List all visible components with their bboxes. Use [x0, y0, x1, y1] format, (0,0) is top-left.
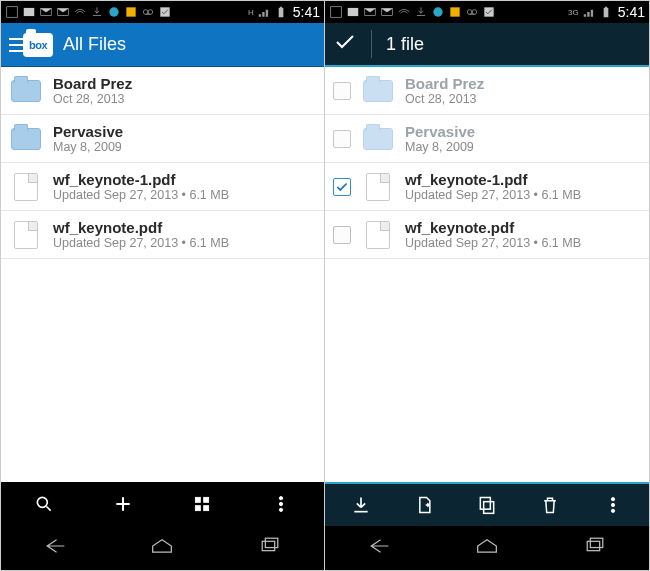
- back-button[interactable]: [365, 535, 393, 561]
- app-icon: [448, 5, 462, 19]
- download-icon: [414, 5, 428, 19]
- app-bar: box All Files: [1, 23, 324, 67]
- svg-rect-15: [204, 506, 209, 511]
- recent-apps-button[interactable]: [256, 535, 284, 561]
- item-name: wf_keynote.pdf: [405, 219, 581, 236]
- svg-point-25: [433, 7, 442, 16]
- status-bar: H 5:41: [1, 1, 324, 23]
- phone-selection-mode: 3G 5:41 1 file Board Prez Oct 28, 2013: [325, 1, 649, 570]
- svg-rect-33: [480, 498, 490, 510]
- list-item[interactable]: Board Prez Oct 28, 2013: [325, 67, 649, 115]
- selection-count: 1 file: [386, 34, 424, 55]
- svg-rect-38: [590, 538, 602, 547]
- overflow-button[interactable]: [265, 488, 297, 520]
- clock: 5:41: [293, 4, 320, 20]
- mail-icon: [380, 5, 394, 19]
- mail-icon: [56, 5, 70, 19]
- battery-icon: [599, 5, 613, 19]
- network-type: H: [248, 8, 254, 17]
- list-item[interactable]: Pervasive May 8, 2009: [325, 115, 649, 163]
- delete-button[interactable]: [534, 489, 566, 521]
- item-name: wf_keynote-1.pdf: [405, 171, 581, 188]
- app-icon: [107, 5, 121, 19]
- network-type: 3G: [568, 8, 579, 17]
- svg-rect-22: [348, 8, 359, 16]
- svg-rect-12: [195, 497, 200, 502]
- svg-rect-1: [24, 8, 35, 16]
- svg-rect-10: [280, 7, 282, 8]
- file-list-selection: Board Prez Oct 28, 2013 Pervasive May 8,…: [325, 67, 649, 482]
- copy-button[interactable]: [471, 489, 503, 521]
- item-name: Board Prez: [405, 75, 484, 92]
- download-button[interactable]: [345, 489, 377, 521]
- item-sub: Updated Sep 27, 2013 • 6.1 MB: [405, 236, 581, 250]
- signal-icon: [257, 5, 271, 19]
- list-item[interactable]: wf_keynote.pdf Updated Sep 27, 2013 • 6.…: [1, 211, 324, 259]
- selection-app-bar: 1 file: [325, 23, 649, 67]
- android-nav-bar: [1, 526, 324, 570]
- check-icon: [158, 5, 172, 19]
- item-sub: May 8, 2009: [405, 140, 475, 154]
- checkbox[interactable]: [333, 130, 351, 148]
- recent-apps-button[interactable]: [581, 535, 609, 561]
- overflow-button[interactable]: [597, 489, 629, 521]
- done-button[interactable]: [333, 30, 357, 59]
- list-item[interactable]: Board Prez Oct 28, 2013: [1, 67, 324, 115]
- svg-rect-30: [603, 8, 608, 17]
- file-list: Board Prez Oct 28, 2013 Pervasive May 8,…: [1, 67, 324, 482]
- item-name: wf_keynote.pdf: [53, 219, 229, 236]
- file-icon: [14, 173, 38, 201]
- svg-point-4: [109, 7, 118, 16]
- svg-point-34: [612, 498, 615, 501]
- svg-point-18: [279, 508, 282, 511]
- svg-rect-9: [278, 8, 283, 17]
- list-item[interactable]: wf_keynote.pdf Updated Sep 27, 2013 • 6.…: [325, 211, 649, 259]
- checkbox[interactable]: [333, 226, 351, 244]
- file-icon: [14, 221, 38, 249]
- list-item[interactable]: wf_keynote-1.pdf Updated Sep 27, 2013 • …: [1, 163, 324, 211]
- item-sub: Updated Sep 27, 2013 • 6.1 MB: [53, 236, 229, 250]
- checkbox-checked[interactable]: [333, 178, 351, 196]
- picture-icon: [346, 5, 360, 19]
- home-button[interactable]: [473, 535, 501, 561]
- audible-icon: [397, 5, 411, 19]
- item-name: wf_keynote-1.pdf: [53, 171, 229, 188]
- separator: [371, 30, 372, 58]
- back-button[interactable]: [41, 535, 69, 561]
- status-bar: 3G 5:41: [325, 1, 649, 23]
- grid-view-button[interactable]: [186, 488, 218, 520]
- phone-normal-mode: H 5:41 box All Files Board Prez Oct 28, …: [1, 1, 325, 570]
- svg-rect-20: [265, 538, 277, 547]
- item-name: Pervasive: [405, 123, 475, 140]
- svg-point-6: [143, 10, 148, 15]
- add-button[interactable]: [107, 488, 139, 520]
- notif-icon: [5, 5, 19, 19]
- home-button[interactable]: [148, 535, 176, 561]
- list-item[interactable]: wf_keynote-1.pdf Updated Sep 27, 2013 • …: [325, 163, 649, 211]
- svg-point-35: [612, 503, 615, 506]
- battery-icon: [274, 5, 288, 19]
- voicemail-icon: [465, 5, 479, 19]
- app-bar-title: All Files: [63, 34, 126, 55]
- item-name: Board Prez: [53, 75, 132, 92]
- list-item[interactable]: Pervasive May 8, 2009: [1, 115, 324, 163]
- svg-rect-37: [587, 541, 599, 550]
- audible-icon: [73, 5, 87, 19]
- svg-rect-8: [160, 7, 169, 16]
- svg-point-28: [472, 10, 477, 15]
- share-button[interactable]: [408, 489, 440, 521]
- svg-rect-29: [484, 7, 493, 16]
- folder-icon: [11, 128, 41, 150]
- folder-icon: [363, 80, 393, 102]
- menu-and-logo[interactable]: box: [9, 33, 53, 57]
- clock: 5:41: [618, 4, 645, 20]
- item-sub: Oct 28, 2013: [405, 92, 484, 106]
- svg-rect-0: [7, 7, 18, 18]
- svg-rect-21: [331, 7, 342, 18]
- svg-point-11: [38, 497, 48, 507]
- download-icon: [90, 5, 104, 19]
- box-logo-icon: box: [23, 33, 53, 57]
- app-icon: [431, 5, 445, 19]
- checkbox[interactable]: [333, 82, 351, 100]
- search-button[interactable]: [28, 488, 60, 520]
